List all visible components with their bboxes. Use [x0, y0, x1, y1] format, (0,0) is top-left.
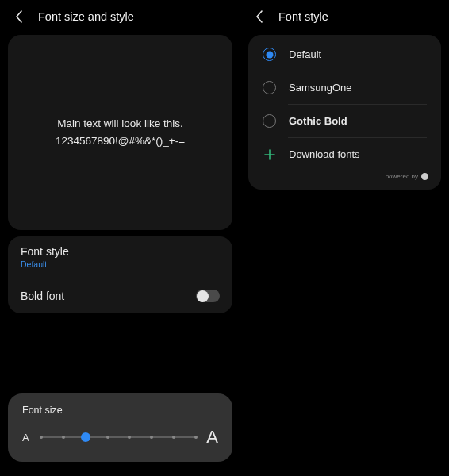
font-size-label: Font size [22, 405, 218, 416]
slider-tick [150, 436, 153, 439]
radio-icon [263, 48, 276, 61]
slider-thumb[interactable] [81, 432, 90, 442]
back-icon[interactable] [11, 9, 27, 25]
slider-row: A A [22, 427, 218, 447]
download-fonts-row[interactable]: Download fonts [248, 138, 441, 171]
left-pane: Font size and style Main text will look … [0, 0, 240, 476]
plus-icon [263, 148, 276, 161]
slider-tick [62, 436, 65, 439]
back-icon[interactable] [251, 9, 267, 25]
style-card: Font style Default Bold font [8, 236, 232, 313]
font-option-label: Gothic Bold [289, 115, 347, 127]
powered-by: powered by [248, 171, 441, 186]
header-right: Font style [240, 0, 449, 35]
page-title-left: Font size and style [38, 10, 134, 23]
font-style-row[interactable]: Font style Default [8, 236, 232, 278]
font-options-list: Default SamsungOne Gothic Bold Download … [248, 35, 441, 190]
bold-font-row[interactable]: Bold font [8, 278, 232, 313]
small-a-indicator: A [22, 432, 33, 443]
bold-font-label: Bold font [21, 290, 64, 302]
font-option-gothicbold[interactable]: Gothic Bold [248, 105, 441, 137]
download-fonts-label: Download fonts [289, 148, 360, 160]
preview-card: Main text will look like this. 123456789… [8, 35, 232, 230]
slider-tick [172, 436, 175, 439]
slider-tick [194, 436, 198, 439]
preview-text-line1: Main text will look like this. [57, 116, 182, 132]
radio-icon [263, 114, 276, 128]
page-title-right: Font style [278, 10, 328, 23]
font-size-slider[interactable] [41, 429, 196, 445]
large-a-indicator: A [204, 427, 218, 447]
toggle-knob [197, 290, 209, 302]
font-size-card: Font size A A [8, 393, 232, 462]
right-pane: Font style Default SamsungOne Gothic Bol… [240, 0, 449, 476]
font-option-label: SamsungOne [289, 82, 352, 94]
bold-font-toggle[interactable] [196, 290, 220, 302]
radio-icon [263, 81, 276, 94]
font-option-label: Default [289, 48, 321, 60]
font-option-samsungone[interactable]: SamsungOne [248, 71, 441, 104]
font-style-value: Default [21, 259, 220, 269]
preview-text-line2: 1234567890!@#%&*()_+-= [56, 133, 185, 149]
font-style-label: Font style [21, 245, 220, 258]
header-left: Font size and style [0, 0, 240, 35]
powered-by-logo [421, 173, 428, 180]
font-option-default[interactable]: Default [248, 38, 441, 71]
slider-tick [128, 436, 131, 439]
slider-tick [106, 436, 109, 439]
slider-tick [40, 436, 43, 439]
powered-by-text: powered by [386, 173, 418, 180]
